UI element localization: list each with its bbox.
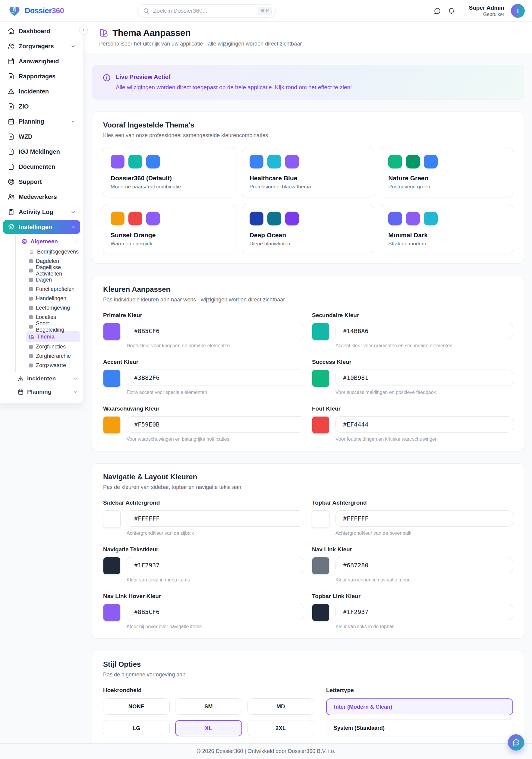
page-title: Thema Aanpassen xyxy=(112,28,190,38)
square-icon xyxy=(29,345,33,349)
presets-card: Vooraf Ingestelde Thema's Kies een van o… xyxy=(92,111,524,264)
chat-icon[interactable] xyxy=(433,7,441,15)
submenu-item-zorgzwaarte[interactable]: Zorgzwaarte xyxy=(26,361,80,370)
color-picker-swatch[interactable] xyxy=(103,323,121,340)
color-swatch xyxy=(128,155,142,169)
sidebar-item-rapportages[interactable]: Rapportages xyxy=(3,69,80,83)
submenu-group-incidenten[interactable]: Incidenten xyxy=(15,372,80,385)
sidebar-item-dashboard[interactable]: Dashboard xyxy=(3,24,80,38)
field-help: Achtergrondkleur van de bovenbalk xyxy=(336,531,513,536)
preset-nature-green[interactable]: Nature Green Rustgevend groen xyxy=(381,147,513,197)
radius-option-2xl[interactable]: 2XL xyxy=(247,720,314,737)
hex-color-input[interactable] xyxy=(127,370,304,386)
hex-color-input[interactable] xyxy=(127,416,304,432)
sidebar-item-documenten[interactable]: Documenten xyxy=(3,160,80,174)
global-search[interactable]: ⌘ K xyxy=(137,4,276,18)
preset-deep-ocean[interactable]: Deep Ocean Diepe blauwtinten xyxy=(242,204,374,255)
square-icon xyxy=(29,354,33,358)
hex-color-input[interactable] xyxy=(127,510,304,527)
instellingen-submenu: Algemeen Bedrijfsgegevens Dagdelen Dagel… xyxy=(15,235,80,372)
submenu-item-bedrijfsgegevens[interactable]: Bedrijfsgegevens xyxy=(26,247,80,257)
radius-option-md[interactable]: MD xyxy=(247,699,314,715)
submenu-item-zorgfuncties[interactable]: Zorgfuncties xyxy=(26,342,80,351)
submenu-group-planning[interactable]: Planning xyxy=(15,385,80,398)
submenu-item-zorghierarchie[interactable]: Zorghiërarchie xyxy=(26,351,80,361)
radius-option-none[interactable]: NONE xyxy=(103,699,170,715)
color-picker-swatch[interactable] xyxy=(103,370,121,387)
radius-option-sm[interactable]: SM xyxy=(175,699,242,715)
submenu-item-dagelijkse-activiteiten[interactable]: Dagelijkse Activiteiten xyxy=(26,266,80,275)
hex-color-input[interactable] xyxy=(336,323,513,339)
color-picker-swatch[interactable] xyxy=(312,557,329,575)
life-buoy-icon xyxy=(8,178,15,185)
radius-option-xl-selected[interactable]: XL xyxy=(175,720,242,737)
sidebar-item-zio[interactable]: ZIO xyxy=(3,100,80,113)
calendar-icon xyxy=(18,389,24,395)
swatch-book-icon xyxy=(29,334,34,340)
user-menu[interactable]: Super Admin Gebruiker xyxy=(469,4,504,18)
search-icon xyxy=(143,8,149,14)
radius-option-lg[interactable]: LG xyxy=(103,720,170,737)
submenu-item-handelingen[interactable]: Handelingen xyxy=(26,294,80,303)
sidebar-collapse-button[interactable] xyxy=(79,26,88,34)
chat-fab-button[interactable] xyxy=(508,734,524,750)
submenu-algemeen[interactable]: Algemeen xyxy=(19,236,80,247)
hex-color-input[interactable] xyxy=(336,370,513,386)
submenu-item-soort-begeleiding[interactable]: Soort Begeleiding xyxy=(26,322,80,331)
preset-healthcare-blue[interactable]: Healthcare Blue Professioneel blauw them… xyxy=(242,147,374,197)
sidebar-item-aanwezigheid[interactable]: Aanwezigheid xyxy=(3,54,80,68)
color-picker-swatch[interactable] xyxy=(312,323,329,340)
sidebar-item-medewerkers[interactable]: Medewerkers xyxy=(3,190,80,204)
preset-minimal-dark[interactable]: Minimal Dark Strak en modern xyxy=(381,204,513,255)
color-picker-swatch[interactable] xyxy=(103,416,121,434)
submenu-item-label: Soort Begeleiding xyxy=(36,320,77,333)
hex-color-input[interactable] xyxy=(127,557,304,573)
color-picker-swatch[interactable] xyxy=(103,604,121,621)
color-field-secundaire: Secundaire Kleur Accent kleur voor gradi… xyxy=(312,312,513,348)
color-swatch xyxy=(406,155,420,169)
hex-color-input[interactable] xyxy=(336,416,513,432)
hex-color-input[interactable] xyxy=(336,557,513,573)
color-picker-swatch[interactable] xyxy=(312,510,329,528)
sidebar-item-zorgvragers[interactable]: Zorgvragers xyxy=(3,39,80,53)
sidebar-item-activity-log[interactable]: Activity Log xyxy=(3,205,80,219)
color-picker-swatch[interactable] xyxy=(312,370,329,387)
home-icon xyxy=(8,27,15,35)
submenu-item-label: Dagen xyxy=(36,277,52,283)
footer-text: © 2026 Dossier360 | Ontwikkeld door Doss… xyxy=(196,748,336,754)
font-option-system[interactable]: System (Standaard) xyxy=(326,720,513,737)
sidebar-item-instellingen[interactable]: Instellingen xyxy=(3,220,80,234)
color-picker-swatch[interactable] xyxy=(103,557,121,575)
submenu-item-leefomgeving[interactable]: Leefomgeving xyxy=(26,303,80,313)
square-icon xyxy=(29,306,33,310)
sidebar-item-incidenten[interactable]: Incidenten xyxy=(3,84,80,98)
preset-sunset-orange[interactable]: Sunset Orange Warm en energiek xyxy=(103,204,235,255)
preset-dossier360-default[interactable]: Dossier360 (Default) Moderne paars/teal … xyxy=(103,147,235,197)
sidebar-item-wzd[interactable]: WZD xyxy=(3,130,80,143)
search-input[interactable] xyxy=(153,8,254,14)
submenu-item-label: Thema xyxy=(37,334,55,340)
submenu-item-functieprofielen[interactable]: Functieprofielen xyxy=(26,285,80,294)
file-text-icon xyxy=(8,133,15,140)
hex-color-input[interactable] xyxy=(127,323,304,339)
sidebar-item-planning[interactable]: Planning xyxy=(3,114,80,128)
sidebar-item-label: Support xyxy=(19,179,42,185)
color-picker-swatch[interactable] xyxy=(103,510,121,528)
bell-icon[interactable] xyxy=(448,7,455,15)
hex-color-input[interactable] xyxy=(336,510,513,527)
presets-title: Vooraf Ingestelde Thema's xyxy=(103,121,513,129)
color-swatch xyxy=(285,155,299,169)
font-option-inter-selected[interactable]: Inter (Modern & Clean) xyxy=(326,699,513,715)
color-picker-swatch[interactable] xyxy=(312,604,329,621)
color-picker-swatch[interactable] xyxy=(312,416,329,434)
chevron-down-icon xyxy=(73,390,78,394)
app-logo[interactable]: 360 Dossier360 xyxy=(8,5,64,17)
sidebar-item-support[interactable]: Support xyxy=(3,175,80,189)
submenu-item-label: Locaties xyxy=(36,314,56,320)
avatar[interactable]: I xyxy=(511,4,525,18)
hex-color-input[interactable] xyxy=(127,604,304,620)
preset-name: Sunset Orange xyxy=(111,231,228,239)
sidebar-item-label: Aanwezigheid xyxy=(19,58,59,65)
sidebar-item-igj-meldingen[interactable]: IGJ Meldingen xyxy=(3,145,80,159)
hex-color-input[interactable] xyxy=(336,604,513,620)
